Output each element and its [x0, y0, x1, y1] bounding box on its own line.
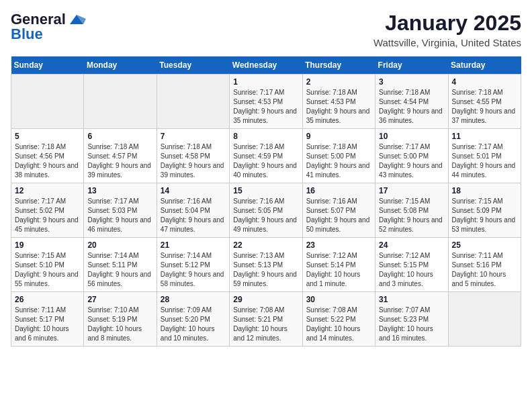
calendar-cell: 13Sunrise: 7:17 AM Sunset: 5:03 PM Dayli… — [84, 183, 157, 238]
calendar-cell: 16Sunrise: 7:16 AM Sunset: 5:07 PM Dayli… — [302, 183, 375, 238]
weekday-header-tuesday: Tuesday — [157, 56, 229, 75]
calendar-cell: 5Sunrise: 7:18 AM Sunset: 4:56 PM Daylig… — [11, 129, 84, 183]
day-number: 25 — [452, 240, 517, 250]
day-number: 4 — [452, 77, 517, 87]
day-info: Sunrise: 7:12 AM Sunset: 5:14 PM Dayligh… — [306, 251, 371, 289]
day-info: Sunrise: 7:07 AM Sunset: 5:23 PM Dayligh… — [379, 306, 444, 343]
day-info: Sunrise: 7:17 AM Sunset: 5:00 PM Dayligh… — [379, 142, 444, 180]
calendar-cell: 14Sunrise: 7:16 AM Sunset: 5:04 PM Dayli… — [157, 183, 229, 238]
day-info: Sunrise: 7:16 AM Sunset: 5:05 PM Dayligh… — [233, 197, 298, 234]
calendar-cell: 29Sunrise: 7:08 AM Sunset: 5:21 PM Dayli… — [230, 292, 302, 347]
day-info: Sunrise: 7:13 AM Sunset: 5:13 PM Dayligh… — [233, 251, 298, 289]
calendar-cell: 30Sunrise: 7:08 AM Sunset: 5:22 PM Dayli… — [302, 292, 375, 347]
day-number: 14 — [161, 186, 226, 195]
day-number: 10 — [379, 132, 444, 141]
weekday-header-wednesday: Wednesday — [230, 56, 302, 75]
calendar-subtitle: Wattsville, Virginia, United States — [373, 37, 521, 48]
calendar-cell: 31Sunrise: 7:07 AM Sunset: 5:23 PM Dayli… — [375, 292, 448, 347]
day-number: 2 — [306, 77, 371, 87]
day-number: 5 — [15, 132, 80, 141]
day-info: Sunrise: 7:17 AM Sunset: 4:53 PM Dayligh… — [233, 88, 298, 126]
day-info: Sunrise: 7:08 AM Sunset: 5:21 PM Dayligh… — [233, 306, 298, 343]
weekday-header-row: SundayMondayTuesdayWednesdayThursdayFrid… — [11, 56, 521, 75]
day-info: Sunrise: 7:16 AM Sunset: 5:07 PM Dayligh… — [306, 197, 371, 234]
calendar-cell: 3Sunrise: 7:18 AM Sunset: 4:54 PM Daylig… — [375, 75, 448, 129]
calendar-cell — [84, 75, 157, 129]
day-number: 9 — [306, 132, 371, 141]
day-number: 8 — [233, 132, 298, 141]
day-number: 6 — [87, 132, 152, 141]
day-info: Sunrise: 7:18 AM Sunset: 5:00 PM Dayligh… — [306, 142, 371, 180]
week-row-1: 1Sunrise: 7:17 AM Sunset: 4:53 PM Daylig… — [11, 75, 521, 129]
day-info: Sunrise: 7:17 AM Sunset: 5:01 PM Dayligh… — [452, 142, 517, 180]
calendar-cell: 11Sunrise: 7:17 AM Sunset: 5:01 PM Dayli… — [448, 129, 521, 183]
calendar-cell: 4Sunrise: 7:18 AM Sunset: 4:55 PM Daylig… — [448, 75, 521, 129]
calendar-cell: 17Sunrise: 7:15 AM Sunset: 5:08 PM Dayli… — [375, 183, 448, 238]
day-info: Sunrise: 7:10 AM Sunset: 5:19 PM Dayligh… — [87, 306, 152, 343]
week-row-3: 12Sunrise: 7:17 AM Sunset: 5:02 PM Dayli… — [11, 183, 521, 238]
day-number: 1 — [233, 77, 298, 87]
weekday-header-sunday: Sunday — [11, 56, 84, 75]
day-number: 31 — [379, 295, 444, 304]
calendar-cell: 24Sunrise: 7:12 AM Sunset: 5:15 PM Dayli… — [375, 238, 448, 292]
calendar-cell: 2Sunrise: 7:18 AM Sunset: 4:53 PM Daylig… — [302, 75, 375, 129]
calendar-cell: 19Sunrise: 7:15 AM Sunset: 5:10 PM Dayli… — [11, 238, 84, 292]
calendar-cell: 27Sunrise: 7:10 AM Sunset: 5:19 PM Dayli… — [84, 292, 157, 347]
calendar-cell: 26Sunrise: 7:11 AM Sunset: 5:17 PM Dayli… — [11, 292, 84, 347]
day-number: 3 — [379, 77, 444, 87]
weekday-header-saturday: Saturday — [448, 56, 521, 75]
day-number: 29 — [233, 295, 298, 304]
calendar-body: 1Sunrise: 7:17 AM Sunset: 4:53 PM Daylig… — [11, 75, 521, 347]
day-number: 23 — [306, 240, 371, 250]
day-number: 18 — [452, 186, 517, 195]
day-info: Sunrise: 7:14 AM Sunset: 5:11 PM Dayligh… — [87, 251, 152, 289]
day-info: Sunrise: 7:15 AM Sunset: 5:10 PM Dayligh… — [15, 251, 80, 289]
day-info: Sunrise: 7:18 AM Sunset: 4:58 PM Dayligh… — [161, 142, 226, 180]
calendar-cell: 9Sunrise: 7:18 AM Sunset: 5:00 PM Daylig… — [302, 129, 375, 183]
calendar-cell: 21Sunrise: 7:14 AM Sunset: 5:12 PM Dayli… — [157, 238, 229, 292]
calendar-cell: 28Sunrise: 7:09 AM Sunset: 5:20 PM Dayli… — [157, 292, 229, 347]
day-info: Sunrise: 7:17 AM Sunset: 5:03 PM Dayligh… — [87, 197, 152, 234]
calendar-cell: 20Sunrise: 7:14 AM Sunset: 5:11 PM Dayli… — [84, 238, 157, 292]
day-info: Sunrise: 7:18 AM Sunset: 4:53 PM Dayligh… — [306, 88, 371, 126]
day-number: 11 — [452, 132, 517, 141]
weekday-header-monday: Monday — [84, 56, 157, 75]
weekday-header-thursday: Thursday — [302, 56, 375, 75]
week-row-5: 26Sunrise: 7:11 AM Sunset: 5:17 PM Dayli… — [11, 292, 521, 347]
day-info: Sunrise: 7:17 AM Sunset: 5:02 PM Dayligh… — [15, 197, 80, 234]
calendar-cell: 1Sunrise: 7:17 AM Sunset: 4:53 PM Daylig… — [230, 75, 302, 129]
calendar-cell: 12Sunrise: 7:17 AM Sunset: 5:02 PM Dayli… — [11, 183, 84, 238]
day-number: 13 — [87, 186, 152, 195]
day-number: 15 — [233, 186, 298, 195]
logo: General Blue — [11, 11, 86, 43]
title-section: January 2025 Wattsville, Virginia, Unite… — [373, 11, 521, 48]
day-info: Sunrise: 7:18 AM Sunset: 4:55 PM Dayligh… — [452, 88, 517, 126]
day-number: 30 — [306, 295, 371, 304]
day-number: 28 — [161, 295, 226, 304]
calendar-cell: 6Sunrise: 7:18 AM Sunset: 4:57 PM Daylig… — [84, 129, 157, 183]
calendar-header: SundayMondayTuesdayWednesdayThursdayFrid… — [11, 56, 521, 75]
day-number: 7 — [161, 132, 226, 141]
logo-blue-text: Blue — [11, 26, 43, 43]
calendar-cell: 18Sunrise: 7:15 AM Sunset: 5:09 PM Dayli… — [448, 183, 521, 238]
day-info: Sunrise: 7:09 AM Sunset: 5:20 PM Dayligh… — [161, 306, 226, 343]
day-info: Sunrise: 7:15 AM Sunset: 5:09 PM Dayligh… — [452, 197, 517, 234]
day-info: Sunrise: 7:14 AM Sunset: 5:12 PM Dayligh… — [161, 251, 226, 289]
calendar-cell: 23Sunrise: 7:12 AM Sunset: 5:14 PM Dayli… — [302, 238, 375, 292]
day-number: 24 — [379, 240, 444, 250]
calendar-cell — [11, 75, 84, 129]
day-info: Sunrise: 7:16 AM Sunset: 5:04 PM Dayligh… — [161, 197, 226, 234]
day-info: Sunrise: 7:11 AM Sunset: 5:16 PM Dayligh… — [452, 251, 517, 289]
week-row-2: 5Sunrise: 7:18 AM Sunset: 4:56 PM Daylig… — [11, 129, 521, 183]
day-number: 26 — [15, 295, 80, 304]
day-number: 12 — [15, 186, 80, 195]
day-number: 20 — [87, 240, 152, 250]
day-info: Sunrise: 7:18 AM Sunset: 4:59 PM Dayligh… — [233, 142, 298, 180]
day-info: Sunrise: 7:08 AM Sunset: 5:22 PM Dayligh… — [306, 306, 371, 343]
day-number: 21 — [161, 240, 226, 250]
calendar-cell: 22Sunrise: 7:13 AM Sunset: 5:13 PM Dayli… — [230, 238, 302, 292]
calendar-cell: 7Sunrise: 7:18 AM Sunset: 4:58 PM Daylig… — [157, 129, 229, 183]
day-info: Sunrise: 7:18 AM Sunset: 4:56 PM Dayligh… — [15, 142, 80, 180]
calendar-table: SundayMondayTuesdayWednesdayThursdayFrid… — [11, 56, 521, 347]
day-info: Sunrise: 7:18 AM Sunset: 4:57 PM Dayligh… — [87, 142, 152, 180]
